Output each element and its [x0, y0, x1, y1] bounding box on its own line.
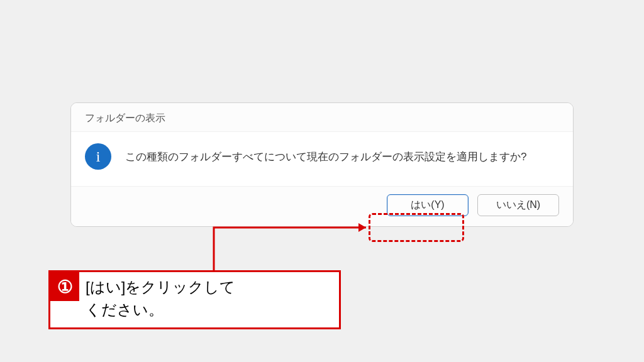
step-number-badge: ① [50, 272, 79, 301]
info-icon: i [85, 143, 111, 170]
instruction-line1: [はい]をクリックして [86, 278, 235, 295]
folder-view-dialog: フォルダーの表示 i この種類のフォルダーすべてについて現在のフォルダーの表示設… [70, 102, 574, 227]
dialog-button-row: はい(Y) いいえ(N) [71, 187, 573, 226]
no-button[interactable]: いいえ(N) [477, 194, 559, 216]
instruction-line2: ください。 [86, 299, 235, 321]
yes-button[interactable]: はい(Y) [387, 194, 469, 216]
instruction-text: [はい]をクリックして ください。 [79, 272, 244, 327]
dialog-message: この種類のフォルダーすべてについて現在のフォルダーの表示設定を適用しますか? [125, 150, 526, 164]
instruction-callout: ① [はい]をクリックして ください。 [48, 270, 341, 329]
dialog-title: フォルダーの表示 [71, 103, 573, 131]
dialog-body: i この種類のフォルダーすべてについて現在のフォルダーの表示設定を適用しますか? [71, 131, 573, 187]
